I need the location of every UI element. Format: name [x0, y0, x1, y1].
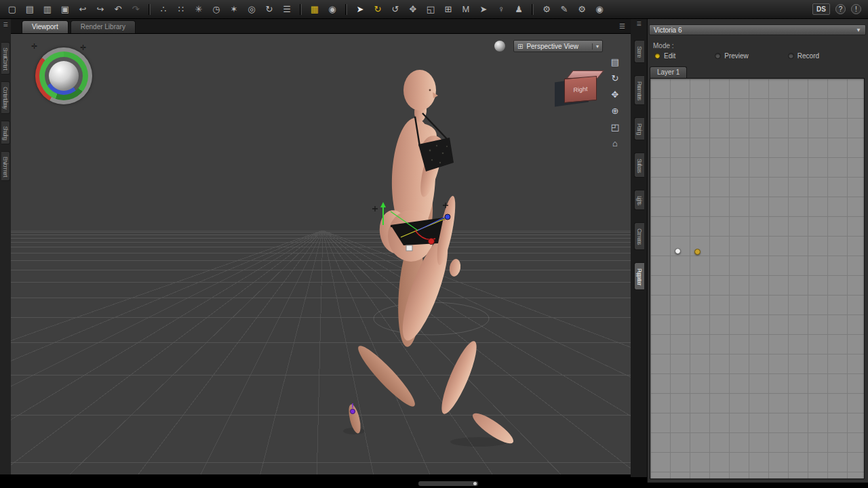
node-selector-label: Victoria 6 [654, 26, 682, 34]
geometry-editor-icon[interactable]: ✎ [556, 2, 572, 17]
pan-view-icon[interactable]: ✥ [608, 89, 622, 100]
viewport-options-icon[interactable]: ▤ [608, 57, 622, 67]
tab-lights[interactable]: Lights [634, 190, 644, 210]
effects-icon[interactable]: ✶ [226, 2, 242, 17]
chevron-down-icon: ▼ [856, 27, 861, 33]
tab-render-library[interactable]: Render Library [71, 20, 136, 33]
gizmo-handle[interactable] [406, 245, 412, 251]
add-gear-icon[interactable]: ⚙ [574, 2, 590, 17]
align-nodes-icon[interactable]: ∷ [173, 2, 189, 17]
frame-view-icon[interactable]: ◰ [608, 122, 622, 132]
orbit-view-icon[interactable]: ↻ [608, 73, 622, 83]
viewport-nav-stack: ▤ ↻ ✥ ⊕ ◰ ⌂ [606, 57, 624, 148]
viewport-tabbar-menu-icon[interactable]: ☰ [619, 22, 625, 30]
daz-studio-logo: DS [812, 3, 830, 15]
mode-edit-radio[interactable]: Edit [654, 52, 675, 60]
refresh-icon[interactable]: ↻ [261, 2, 277, 17]
universal-tool-icon[interactable]: ⊞ [440, 2, 456, 17]
revert-file-icon[interactable]: ↩ [75, 2, 91, 17]
radio-icon [788, 53, 794, 59]
view-cube[interactable]: Right [553, 69, 608, 111]
merge-file-icon[interactable]: ▥ [39, 2, 56, 17]
render-icon[interactable]: ◉ [324, 2, 340, 17]
zoom-view-icon[interactable]: ⊕ [608, 106, 622, 116]
tab-surfaces[interactable]: Surfaces [634, 152, 644, 178]
left-dock-menu-icon[interactable]: ☰ [3, 22, 7, 28]
info-icon[interactable]: ! [851, 4, 861, 14]
render-settings-icon[interactable]: ▦ [307, 2, 323, 17]
view-cube-label: Right [573, 85, 587, 94]
view-orb-widget[interactable] [35, 47, 92, 104]
mode-record-radio[interactable]: Record [788, 52, 819, 60]
camera-cube-icon[interactable]: ◎ [243, 2, 260, 17]
mini-translate-icon [372, 206, 378, 211]
tab-posing[interactable]: Posing [634, 117, 644, 140]
floor-grid [11, 230, 631, 474]
reset-view-icon[interactable]: ⌂ [608, 138, 622, 148]
tab-layer-1[interactable]: Layer 1 [650, 66, 687, 78]
undo-icon[interactable]: ↶ [110, 2, 126, 17]
help-icon[interactable]: ? [835, 4, 846, 14]
tab-smart-content[interactable]: Smart Content [1, 42, 10, 75]
mode-label: Mode : [653, 42, 674, 49]
figure-select-icon[interactable]: ♀ [493, 2, 509, 17]
right-dock-menu-icon[interactable]: ☰ [636, 21, 641, 27]
figure-victoria6[interactable] [343, 70, 517, 448]
view-list-icon[interactable]: ☰ [279, 2, 295, 17]
tab-parameters[interactable]: Parameters [634, 75, 644, 106]
new-file-icon[interactable]: ▢ [4, 2, 20, 17]
orbit-tool-icon[interactable]: ↺ [387, 2, 403, 17]
viewport-canvas[interactable]: ✛ ✛ ⊞ Perspective View ▾ ▤ ↻ ✥ ⊕ ◰ ⌂ Rig… [11, 34, 631, 474]
camera-settings-icon[interactable]: ◉ [591, 2, 608, 17]
timeline-scrollbar[interactable] [418, 481, 478, 486]
right-dock: ☰ Scene Parameters Posing Surfaces Light… [631, 19, 647, 477]
pose-tool-icon[interactable]: ♟ [511, 2, 527, 17]
radio-icon [715, 53, 721, 59]
mode-preview-radio[interactable]: Preview [715, 52, 749, 60]
tool-settings-icon[interactable]: ⚙ [538, 2, 555, 17]
view-selector-label: Perspective View [526, 43, 589, 50]
tab-shading[interactable]: Shading [1, 121, 10, 144]
tab-viewport[interactable]: Viewport [22, 20, 68, 33]
orb-center-sphere[interactable] [49, 61, 79, 91]
puppet-dot-white[interactable] [675, 248, 681, 254]
view-cube-front-face[interactable]: Right [564, 76, 597, 103]
draw-style-icon[interactable] [494, 41, 505, 52]
scale-tool-icon[interactable]: ◱ [422, 2, 439, 17]
viewport-tabbar: Viewport Render Library ☰ [11, 19, 631, 34]
toolbar-separator [532, 4, 534, 15]
save-file-icon[interactable]: ▣ [57, 2, 73, 17]
scrollbar-thumb-dot[interactable] [473, 482, 477, 485]
chevron-down-icon: ▾ [592, 43, 599, 49]
snap-icon[interactable]: ✳ [191, 2, 207, 17]
timeline-icon[interactable]: ◷ [208, 2, 224, 17]
open-file-icon[interactable]: ▤ [22, 2, 38, 17]
rotate-tool-icon[interactable]: ↻ [370, 2, 386, 17]
main-toolbar: ▢ ▤ ▥ ▣ ↩ ↪ ↶ ↷ ∴ ∷ ✳ ◷ ✶ ◎ ↻ ☰ ▦ ◉ ➤ ↻ [0, 0, 868, 19]
puppeteer-grid[interactable] [650, 78, 865, 479]
left-dock: ☰ Smart Content Content Library Shading … [0, 19, 11, 474]
tab-environment[interactable]: Environment [1, 151, 10, 182]
toolbar-separator [149, 4, 151, 15]
puppeteer-panel: Victoria 6 ▼ Mode : Edit Preview Record … [647, 19, 868, 483]
weight-map-tool-icon[interactable]: M [458, 2, 474, 17]
tab-cameras[interactable]: Cameras [634, 222, 644, 250]
tab-content-library[interactable]: Content Library [1, 81, 10, 114]
tab-puppeteer[interactable]: Puppeteer [634, 262, 644, 291]
puppet-dot-yellow[interactable] [694, 249, 701, 255]
tab-scene[interactable]: Scene [634, 40, 644, 63]
scene-render[interactable] [11, 34, 631, 474]
node-selector-dropdown[interactable]: Victoria 6 ▼ [649, 24, 866, 35]
export-file-icon[interactable]: ↪ [92, 2, 108, 17]
translate-tool-icon[interactable]: ✥ [405, 2, 421, 17]
node-edit-tool-icon[interactable]: ➤ [475, 2, 492, 17]
mode-radio-group: Edit Preview Record [654, 52, 859, 60]
view-selector-dropdown[interactable]: ⊞ Perspective View ▾ [513, 40, 603, 52]
orb-pin-left-icon[interactable]: ✛ [31, 42, 37, 51]
pointer-tool-icon[interactable]: ➤ [352, 2, 368, 17]
redo-icon[interactable]: ↷ [127, 2, 144, 17]
create-node-icon[interactable]: ∴ [155, 2, 172, 17]
toolbar-separator [300, 4, 302, 15]
grid-view-icon: ⊞ [517, 43, 523, 50]
orb-pin-right-icon[interactable]: ✛ [80, 43, 86, 52]
